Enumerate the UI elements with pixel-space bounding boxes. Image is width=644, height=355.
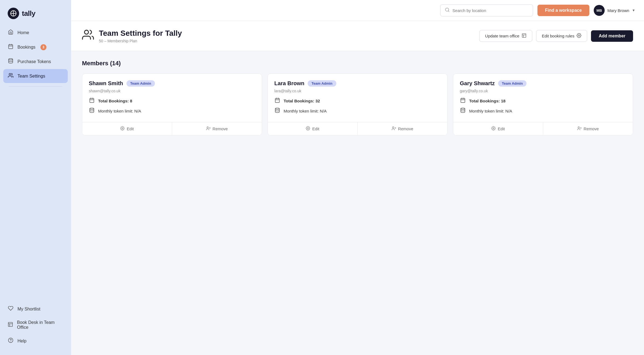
calendar-stat-icon-1	[274, 97, 280, 104]
svg-rect-15	[522, 34, 526, 37]
svg-point-39	[461, 108, 465, 110]
remove-user-icon-1	[392, 126, 396, 131]
member-token-stat-1: Monthly token limit: N/A	[274, 108, 441, 114]
member-card-body-1: Lara Brown Team Admin lara@tally.co.uk T…	[268, 74, 447, 122]
member-token-label-0: Monthly token limit: N/A	[98, 109, 141, 113]
page-title: Team Settings for Tally	[99, 29, 182, 38]
svg-rect-17	[90, 98, 94, 102]
sidebar-item-my-shortlist[interactable]: My Shortlist	[3, 302, 68, 316]
member-card-0: Shawn Smith Team Admin shawn@tally.co.uk…	[82, 73, 262, 135]
member-card-body-2: Gary Shwartz Team Admin gary@tally.co.uk…	[453, 74, 633, 122]
calendar-stat-icon-0	[89, 97, 95, 104]
add-member-button[interactable]: Add member	[591, 30, 633, 42]
svg-point-31	[307, 128, 308, 129]
member-header-2: Gary Shwartz Team Admin	[460, 80, 626, 87]
edit-rules-label: Edit booking rules	[542, 34, 574, 38]
sidebar: tally Home Bookings 3	[0, 0, 71, 355]
users-icon	[8, 73, 14, 79]
sidebar-item-help-label: Help	[17, 339, 27, 344]
svg-point-32	[392, 127, 394, 128]
update-office-label: Update team office	[485, 34, 519, 38]
svg-rect-3	[9, 45, 13, 49]
svg-rect-35	[461, 98, 465, 102]
member-edit-button-0[interactable]: Edit	[82, 122, 172, 135]
members-section: Members (14) Shawn Smith Team Admin shaw…	[71, 51, 644, 144]
member-remove-button-2[interactable]: Remove	[543, 122, 633, 135]
sidebar-item-home[interactable]: Home	[3, 26, 68, 40]
sidebar-item-my-shortlist-label: My Shortlist	[17, 307, 40, 312]
topbar: Find a workspace MB Mary Brown ▼	[71, 0, 644, 21]
edit-label-0: Edit	[127, 126, 134, 131]
sidebar-bottom-nav: My Shortlist Book Desk in Team Office He…	[0, 302, 71, 355]
member-header-0: Shawn Smith Team Admin	[89, 80, 255, 87]
remove-label-2: Remove	[584, 126, 599, 131]
token-icon-0	[89, 108, 95, 114]
remove-user-icon-2	[577, 126, 581, 131]
member-name-1: Lara Brown	[274, 80, 304, 87]
edit-gear-icon-0	[120, 126, 125, 131]
user-name: Mary Brown	[607, 8, 629, 13]
member-bookings-stat-2: Total Bookings: 18	[460, 97, 626, 104]
svg-point-41	[578, 127, 579, 128]
edit-gear-icon-1	[306, 126, 310, 131]
sidebar-item-purchase-tokens[interactable]: Purchase Tokens	[3, 55, 68, 69]
member-card-footer-0: Edit Remove	[82, 122, 262, 135]
sidebar-item-help[interactable]: Help	[3, 334, 68, 348]
members-title: Members (14)	[82, 60, 633, 67]
member-token-stat-0: Monthly token limit: N/A	[89, 108, 255, 114]
member-email-0: shawn@tally.co.uk	[89, 89, 255, 93]
token-icon-2	[460, 108, 466, 114]
update-team-office-button[interactable]: Update team office	[479, 30, 532, 42]
member-name-2: Gary Shwartz	[460, 80, 495, 87]
team-settings-icon	[82, 29, 94, 43]
page-content: Team Settings for Tally 50 – Membership …	[71, 21, 644, 355]
page-header: Team Settings for Tally 50 – Membership …	[71, 21, 644, 51]
member-edit-button-2[interactable]: Edit	[453, 122, 543, 135]
member-card-2: Gary Shwartz Team Admin gary@tally.co.uk…	[453, 73, 633, 135]
logo-area: tally	[0, 0, 71, 26]
search-input[interactable]	[452, 8, 528, 13]
edit-gear-icon-2	[491, 126, 496, 131]
member-bookings-label-2: Total Bookings: 18	[469, 99, 505, 103]
office-building-icon	[522, 33, 527, 39]
member-remove-button-1[interactable]: Remove	[358, 122, 448, 135]
sidebar-item-book-desk-label: Book Desk in Team Office	[17, 320, 63, 330]
sidebar-item-home-label: Home	[17, 30, 29, 35]
page-subtitle: 50 – Membership Plan	[99, 39, 182, 43]
member-role-badge-1: Team Admin	[308, 80, 336, 87]
member-token-label-2: Monthly token limit: N/A	[469, 109, 512, 113]
member-remove-button-0[interactable]: Remove	[172, 122, 262, 135]
members-grid: Shawn Smith Team Admin shawn@tally.co.uk…	[82, 73, 633, 135]
member-token-stat-2: Monthly token limit: N/A	[460, 108, 626, 114]
search-box[interactable]	[440, 4, 533, 16]
member-card-footer-2: Edit Remove	[453, 122, 633, 135]
token-icon-1	[274, 108, 280, 114]
member-bookings-label-0: Total Bookings: 8	[98, 99, 132, 103]
member-email-2: gary@tally.co.uk	[460, 89, 626, 93]
member-role-badge-2: Team Admin	[498, 80, 527, 87]
member-edit-button-1[interactable]: Edit	[268, 122, 358, 135]
main-content: Find a workspace MB Mary Brown ▼ Team Se…	[71, 0, 644, 355]
sidebar-item-team-settings[interactable]: Team Settings	[3, 69, 68, 83]
member-token-label-1: Monthly token limit: N/A	[284, 109, 327, 113]
svg-point-7	[9, 59, 13, 60]
nav-divider	[9, 86, 62, 87]
logo-icon	[8, 8, 19, 19]
avatar: MB	[594, 5, 605, 16]
find-workspace-button[interactable]: Find a workspace	[537, 5, 589, 16]
member-header-1: Lara Brown Team Admin	[274, 80, 441, 87]
user-menu[interactable]: MB Mary Brown ▼	[594, 5, 635, 16]
sidebar-item-book-desk[interactable]: Book Desk in Team Office	[3, 316, 68, 333]
member-email-1: lara@tally.co.uk	[274, 89, 441, 93]
building-icon	[8, 322, 13, 329]
sidebar-item-purchase-tokens-label: Purchase Tokens	[17, 59, 51, 64]
edit-label-2: Edit	[498, 126, 505, 131]
remove-user-icon-0	[206, 126, 210, 131]
svg-point-21	[90, 108, 94, 110]
svg-point-40	[493, 128, 494, 129]
member-name-0: Shawn Smith	[89, 80, 123, 87]
sidebar-item-bookings[interactable]: Bookings 3	[3, 40, 68, 54]
header-actions: Update team office Edit booking rules	[479, 30, 633, 42]
edit-label-1: Edit	[312, 126, 319, 131]
edit-booking-rules-button[interactable]: Edit booking rules	[536, 30, 587, 42]
